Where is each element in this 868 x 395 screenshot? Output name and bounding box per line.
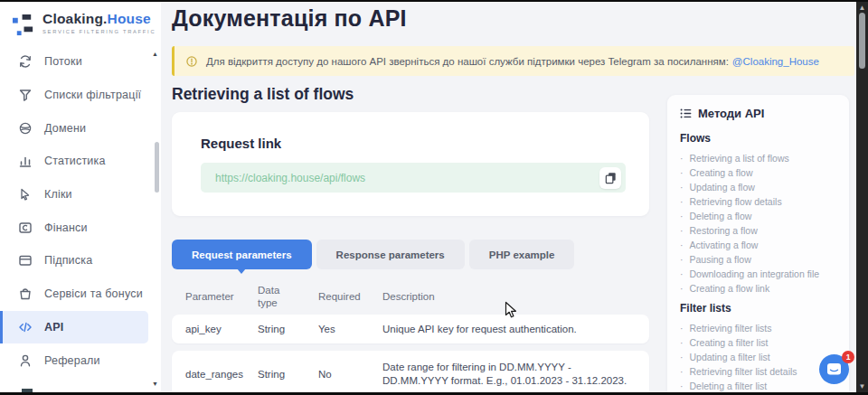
request-url-box: https://cloaking.house/api/flows: [201, 163, 626, 193]
sidebar-item-finance[interactable]: Фінанси: [0, 211, 161, 244]
table-cell: Date range for filtering in DD.MM.YYYY -…: [382, 361, 637, 388]
telegram-link[interactable]: @Cloaking_House: [732, 56, 819, 67]
sidebar-menu: Потоки Списки фільтрації Домени Статисти…: [0, 45, 161, 377]
sidebar-item-referrals[interactable]: Реферали: [0, 343, 161, 377]
sidebar-item-clicks[interactable]: Кліки: [0, 178, 161, 212]
api-icon: [18, 320, 33, 334]
method-link[interactable]: Retrieving flow details: [680, 194, 838, 209]
method-link[interactable]: Retrieving a list of flows: [680, 151, 838, 165]
page-title: Документація по API: [172, 5, 407, 32]
method-link[interactable]: Creating a filter list: [680, 335, 838, 350]
sidebar-item-label: Кліки: [44, 188, 72, 201]
logo-tagline: SERVICE FILTERING TRAFFIC: [42, 29, 156, 34]
method-link[interactable]: Updating a filter list: [680, 350, 838, 364]
methods-list-filter-lists: Retrieving filter listsCreating a filter…: [680, 321, 838, 392]
tab-request-parameters[interactable]: Request parameters: [172, 240, 312, 269]
copy-button[interactable]: [599, 167, 621, 189]
chat-unread-badge: 1: [842, 351, 854, 363]
methods-list-flows: Retrieving a list of flowsCreating a flo…: [680, 151, 838, 296]
sidebar-item-label: Потоки: [44, 55, 82, 68]
table-body: api_keyStringYesUnique API key for reque…: [172, 315, 649, 392]
sidebar-item-subscription[interactable]: Підписка: [0, 244, 161, 277]
sidebar-scrollbar-thumb[interactable]: [155, 142, 159, 193]
sidebar-item-domains[interactable]: Домени: [0, 111, 161, 145]
methods-group-filter-lists: Filter lists: [680, 302, 838, 315]
finance-icon: [18, 221, 33, 235]
method-link[interactable]: Retrieving filter list details: [680, 364, 838, 379]
logo-icon: [12, 13, 36, 37]
method-link[interactable]: Downloading an integration file: [680, 267, 838, 281]
table-row: api_keyStringYesUnique API key for reque…: [172, 315, 649, 343]
table-row: date_rangesStringNoDate range for filter…: [172, 351, 649, 392]
method-link[interactable]: Retrieving filter lists: [680, 321, 838, 335]
sidebar-item-label: Фінанси: [44, 221, 88, 234]
app-window: Cloaking.House SERVICE FILTERING TRAFFIC…: [0, 0, 868, 395]
tab-response-parameters[interactable]: Response parameters: [316, 240, 465, 269]
api-methods-panel: Методи API Flows Retrieving a list of fl…: [667, 95, 849, 392]
method-link[interactable]: Activating a flow: [680, 238, 838, 252]
sidebar-item-label: Списки фільтрації: [44, 89, 141, 101]
sidebar-item-label: Домени: [44, 122, 86, 135]
scrollbar-up-icon[interactable]: ▲: [856, 3, 868, 13]
chat-bubble-icon: [826, 362, 842, 376]
tab-bar: Request parameters Response parameters P…: [172, 240, 574, 269]
window-top-edge: [0, 0, 868, 2]
table-cell: String: [258, 368, 301, 381]
sidebar-item-statistics[interactable]: Статистика: [0, 145, 161, 178]
services-icon: [18, 287, 33, 301]
parameters-table: Parameter Data type Required Description…: [172, 280, 649, 392]
method-link[interactable]: Deleting a filter list: [680, 379, 838, 392]
window-scrollbar[interactable]: ▲ ▼: [856, 2, 868, 392]
method-link[interactable]: Updating a flow: [680, 180, 838, 194]
sidebar-item-services[interactable]: Сервіси та бонуси: [0, 277, 161, 311]
table-cell: Unique API key for request authenticatio…: [382, 323, 637, 336]
main-content: Документація по API Для відкриття доступ…: [161, 2, 856, 392]
warning-circle-icon: [185, 55, 198, 68]
method-link[interactable]: Pausing a flow: [680, 252, 838, 267]
logo-brand-accent: House: [108, 11, 151, 26]
sidebar-item-filter-lists[interactable]: Списки фільтрації: [0, 79, 161, 112]
tab-php-example[interactable]: PHP example: [469, 240, 575, 269]
filter-lists-icon: [18, 88, 33, 102]
logo-brand-primary: Cloaking.: [42, 11, 108, 26]
scrollbar-down-icon[interactable]: ▼: [856, 381, 868, 391]
sidebar-item-label: Сервіси та бонуси: [44, 287, 143, 300]
request-link-card: Request link https://cloaking.house/api/…: [172, 112, 649, 216]
scrollbar-thumb[interactable]: [859, 13, 865, 69]
logo[interactable]: Cloaking.House SERVICE FILTERING TRAFFIC: [12, 11, 156, 37]
mouse-cursor: [505, 301, 518, 320]
column-header-data-type: Data type: [258, 285, 301, 310]
method-link[interactable]: Deleting a flow: [680, 209, 838, 223]
request-link-title: Request link: [201, 136, 281, 151]
methods-panel-header: Методи API: [680, 107, 838, 120]
sidebar-item-api[interactable]: API: [0, 311, 148, 344]
logo-title: Cloaking.House: [42, 11, 156, 27]
copy-icon: [604, 171, 618, 184]
request-url: https://cloaking.house/api/flows: [201, 172, 599, 184]
table-cell: api_key: [185, 323, 249, 336]
methods-panel-title: Методи API: [698, 107, 764, 120]
method-link[interactable]: Creating a flow: [680, 165, 838, 180]
sidebar-scroll-up-icon[interactable]: ▲: [152, 51, 158, 57]
list-icon: [680, 108, 692, 119]
column-header-required: Required: [318, 291, 373, 304]
sidebar-scroll-down-icon[interactable]: ▼: [152, 381, 158, 387]
method-link[interactable]: Restoring a flow: [680, 223, 838, 238]
domains-icon: [18, 121, 33, 136]
methods-group-flows: Flows: [680, 132, 838, 145]
banner-text: Для відкриття доступу до нашого API звер…: [206, 56, 729, 67]
sidebar-item-flows[interactable]: Потоки: [0, 45, 161, 79]
clicks-icon: [18, 187, 33, 202]
sidebar-item-label: API: [44, 321, 63, 334]
section-title: Retrieving a list of flows: [172, 85, 354, 104]
flows-icon: [18, 54, 33, 69]
table-cell: No: [318, 368, 373, 381]
table-cell: date_ranges: [185, 368, 249, 381]
statistics-icon: [18, 154, 33, 168]
table-cell: String: [258, 323, 301, 336]
table-cell: Yes: [318, 323, 373, 336]
chat-widget: 1: [819, 353, 855, 389]
sidebar-item-label: Підписка: [44, 254, 92, 267]
sidebar-item-label: Реферали: [44, 354, 100, 367]
method-link[interactable]: Creating a flow link: [680, 281, 838, 296]
